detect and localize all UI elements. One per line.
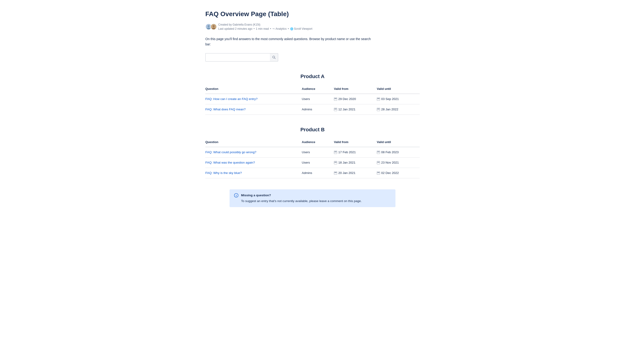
faq-table-1: QuestionAudienceValid fromValid untilFAQ… — [205, 138, 420, 178]
calendar-icon — [334, 171, 337, 175]
col-valid-until: Valid until — [377, 138, 420, 147]
meta-details: Last updated 2 minutes ago • 1 min read … — [218, 27, 312, 31]
calendar-icon — [377, 171, 380, 175]
callout-box: i Missing a question? To suggest an entr… — [229, 189, 396, 207]
table-row: FAQ: Why is the sky blue?Admins20 Jan 20… — [205, 168, 420, 178]
calendar-icon — [334, 151, 337, 154]
search-input[interactable] — [205, 53, 270, 61]
valid-from-date: 12 Jan 2021 — [338, 107, 355, 112]
author-avatars — [205, 24, 216, 30]
col-valid-until: Valid until — [377, 85, 420, 94]
page-title: FAQ Overview Page (Table) — [205, 9, 420, 19]
faq-link-0-1[interactable]: FAQ: What does FAQ mean? — [205, 108, 246, 111]
calendar-icon — [334, 97, 337, 101]
search-button[interactable] — [270, 53, 278, 61]
valid-until-cell: 08 Feb 2023 — [377, 147, 420, 158]
col-valid-from: Valid from — [334, 85, 377, 94]
separator-3: • — [288, 27, 290, 30]
valid-from-cell: 17 Feb 2021 — [334, 147, 377, 158]
valid-from-date: 18 Jan 2021 — [338, 160, 355, 165]
table-row: FAQ: How can I create an FAQ entry?Users… — [205, 94, 420, 104]
valid-until-date: 02 Dec 2022 — [381, 171, 399, 175]
svg-point-5 — [212, 28, 215, 30]
calendar-icon — [377, 161, 380, 164]
avatar-2 — [210, 24, 217, 30]
page-container: FAQ Overview Page (Table) — [191, 0, 434, 226]
info-icon: i — [234, 193, 238, 199]
meta-created-by: Created by Gabriella Evans (K15t) — [218, 23, 312, 27]
valid-from-cell: 20 Jan 2021 — [334, 168, 377, 178]
valid-from-cell: 12 Jan 2021 — [334, 104, 377, 115]
search-icon — [272, 56, 276, 59]
product-title-1: Product B — [205, 126, 420, 133]
last-updated-text: Last updated 2 minutes ago — [218, 27, 252, 30]
calendar-icon — [334, 161, 337, 164]
callout-title: Missing a question? — [241, 193, 362, 198]
page-description: On this page you'll find answers to the … — [205, 36, 371, 47]
globe-icon: 🌐 — [290, 27, 293, 31]
audience-cell: Users — [302, 94, 334, 104]
search-row — [205, 53, 420, 61]
valid-until-cell: 23 Nov 2021 — [377, 157, 420, 168]
meta-row: Created by Gabriella Evans (K15t) Last u… — [205, 23, 420, 31]
table-row: FAQ: What does FAQ mean?Admins12 Jan 202… — [205, 104, 420, 115]
calendar-icon — [377, 151, 380, 154]
svg-point-1 — [208, 25, 210, 27]
svg-point-2 — [207, 28, 210, 30]
valid-until-date: 08 Feb 2023 — [381, 150, 399, 154]
audience-cell: Users — [302, 157, 334, 168]
audience-cell: Admins — [302, 104, 334, 115]
valid-from-date: 29 Dec 2020 — [338, 97, 356, 101]
separator-2: • — [270, 27, 272, 30]
svg-text:i: i — [236, 194, 236, 197]
svg-point-4 — [213, 25, 215, 27]
product-title-0: Product A — [205, 73, 420, 80]
valid-until-cell: 03 Sep 2021 — [377, 94, 420, 104]
table-row: FAQ: What was the question again?Users18… — [205, 157, 420, 168]
faq-link-1-0[interactable]: FAQ: What could possibly go wrong? — [205, 151, 256, 154]
calendar-icon — [377, 97, 380, 101]
col-question: Question — [205, 138, 302, 147]
svg-line-7 — [275, 58, 275, 59]
table-row: FAQ: What could possibly go wrong?Users1… — [205, 147, 420, 158]
valid-until-cell: 28 Jan 2022 — [377, 104, 420, 115]
valid-from-cell: 29 Dec 2020 — [334, 94, 377, 104]
audience-cell: Users — [302, 147, 334, 158]
valid-from-date: 20 Jan 2021 — [338, 171, 355, 175]
faq-link-0-0[interactable]: FAQ: How can I create an FAQ entry? — [205, 97, 258, 101]
callout-text: To suggest an entry that's not currently… — [241, 199, 362, 203]
valid-from-cell: 18 Jan 2021 — [334, 157, 377, 168]
col-audience: Audience — [302, 85, 334, 94]
valid-until-cell: 02 Dec 2022 — [377, 168, 420, 178]
faq-link-1-2[interactable]: FAQ: Why is the sky blue? — [205, 171, 242, 175]
col-audience: Audience — [302, 138, 334, 147]
valid-until-date: 03 Sep 2021 — [381, 97, 399, 101]
faq-link-1-1[interactable]: FAQ: What was the question again? — [205, 161, 255, 164]
audience-cell: Admins — [302, 168, 334, 178]
analytics-link[interactable]: 〜 Analytics — [272, 27, 287, 31]
scroll-viewport-link[interactable]: 🌐 Scroll Viewport — [290, 27, 312, 31]
calendar-icon — [377, 108, 380, 111]
products-container: Product AQuestionAudienceValid fromValid… — [205, 73, 420, 178]
col-question: Question — [205, 85, 302, 94]
calendar-icon — [334, 108, 337, 111]
analytics-label: Analytics — [276, 27, 287, 31]
read-time-text: 1 min read — [256, 27, 269, 30]
meta-info: Created by Gabriella Evans (K15t) Last u… — [218, 23, 312, 31]
col-valid-from: Valid from — [334, 138, 377, 147]
callout-content: Missing a question? To suggest an entry … — [241, 193, 362, 203]
separator-1: • — [253, 27, 255, 30]
valid-until-date: 28 Jan 2022 — [381, 107, 398, 112]
faq-table-0: QuestionAudienceValid fromValid untilFAQ… — [205, 85, 420, 115]
analytics-icon: 〜 — [272, 27, 275, 31]
valid-from-date: 17 Feb 2021 — [338, 150, 356, 154]
valid-until-date: 23 Nov 2021 — [381, 160, 399, 165]
scroll-viewport-label: Scroll Viewport — [294, 27, 312, 31]
